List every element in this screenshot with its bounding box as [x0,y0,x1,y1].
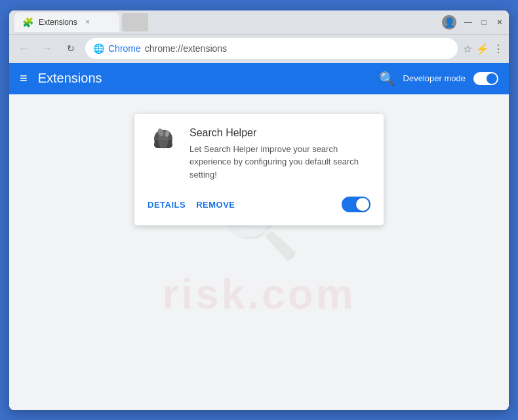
bookmark-button[interactable]: ☆ [463,43,472,55]
extensions-header: ≡ Extensions 🔍 Developer mode [9,63,509,94]
back-button[interactable]: ← [14,39,33,58]
extension-description: Let Search Helper improve your search ex… [189,143,370,181]
developer-mode-label: Developer mode [403,73,466,83]
new-tab-area [122,13,148,31]
profile-button[interactable]: 👤 [442,15,456,29]
extension-card: Search Helper Let Search Helper improve … [134,114,384,226]
extension-toggle-knob [356,198,369,211]
tab-icon: 🧩 [22,17,33,28]
url-actions: ☆ ⚡ ⋮ [463,43,504,55]
extension-buttons: DETAILS REMOVE [148,197,235,212]
address-bar: ← → ↻ 🌐 Chrome chrome://extensions ☆ ⚡ ⋮ [9,34,509,63]
remove-button[interactable]: REMOVE [196,197,235,212]
extension-toggle[interactable] [342,197,370,212]
title-bar-controls: 👤 — □ ✕ [442,15,504,29]
minimize-button[interactable]: — [464,18,472,26]
main-content: 🔍 risk.com Search Helper Let Search [9,94,509,410]
extension-logo [148,127,179,159]
forward-button[interactable]: → [38,39,56,58]
browser-window: 🧩 Extensions × 👤 — □ ✕ ← → ↻ 🌐 Chrome ch… [9,10,509,410]
extension-name: Search Helper [189,127,370,139]
title-bar-left: 🧩 Extensions × [14,12,442,32]
profile-icon: 👤 [444,17,455,28]
reload-button[interactable]: ↻ [62,39,80,58]
tab-close-button[interactable]: × [83,17,93,28]
extension-info: Search Helper Let Search Helper improve … [189,127,370,181]
url-scheme-label: Chrome [108,43,141,54]
browser-tab[interactable]: 🧩 Extensions × [14,12,119,32]
close-button[interactable]: ✕ [496,18,504,26]
developer-mode-toggle[interactable] [473,72,498,85]
cast-icon: ⚡ [476,43,489,55]
search-button[interactable]: 🔍 [379,71,395,86]
more-options-button[interactable]: ⋮ [493,43,504,55]
extensions-header-left: ≡ Extensions [20,71,102,86]
url-path: chrome://extensions [145,43,227,54]
url-scheme-icon: 🌐 [93,43,104,54]
extension-card-footer: DETAILS REMOVE [148,191,370,212]
details-button[interactable]: DETAILS [148,197,186,212]
title-bar: 🧩 Extensions × 👤 — □ ✕ [9,10,509,34]
developer-mode-toggle-knob [487,73,497,84]
extensions-header-right: 🔍 Developer mode [379,71,498,86]
menu-icon[interactable]: ≡ [20,71,28,86]
extension-card-header: Search Helper Let Search Helper improve … [148,127,370,181]
watermark-text: risk.com [162,270,355,318]
restore-button[interactable]: □ [480,18,488,26]
tab-label: Extensions [39,18,77,27]
url-bar[interactable]: 🌐 Chrome chrome://extensions [85,38,458,59]
extensions-title: Extensions [38,71,102,86]
